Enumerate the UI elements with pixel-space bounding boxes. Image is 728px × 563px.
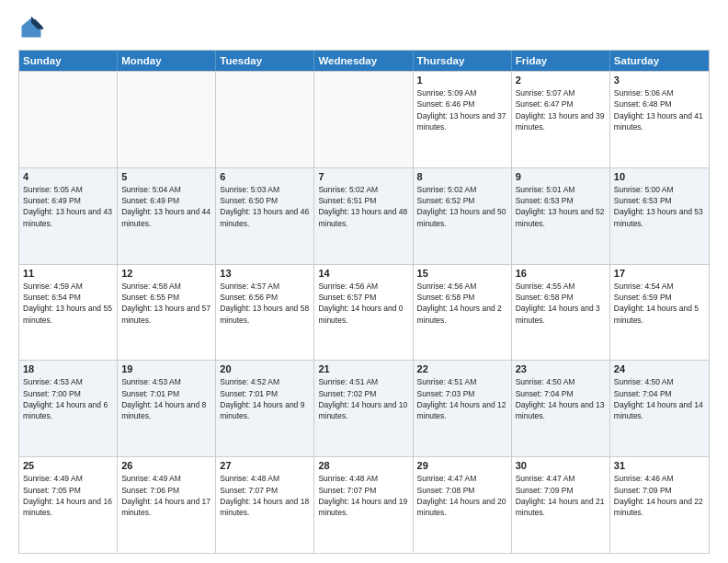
week-row-4: 18Sunrise: 4:53 AM Sunset: 7:00 PM Dayli… <box>19 360 709 456</box>
week-row-1: 1Sunrise: 5:09 AM Sunset: 6:46 PM Daylig… <box>19 71 709 167</box>
day-number: 10 <box>614 171 705 182</box>
day-number: 24 <box>614 363 705 374</box>
cell-sun-info: Sunrise: 5:05 AM Sunset: 6:49 PM Dayligh… <box>23 184 113 229</box>
logo-icon <box>18 15 44 40</box>
day-cell-13: 13Sunrise: 4:57 AM Sunset: 6:56 PM Dayli… <box>216 265 314 361</box>
day-cell-24: 24Sunrise: 4:50 AM Sunset: 7:04 PM Dayli… <box>610 361 709 456</box>
header-day-monday: Monday <box>118 51 216 71</box>
day-number: 11 <box>23 268 113 279</box>
day-cell-12: 12Sunrise: 4:58 AM Sunset: 6:55 PM Dayli… <box>118 265 216 361</box>
cell-sun-info: Sunrise: 5:06 AM Sunset: 6:48 PM Dayligh… <box>614 87 705 132</box>
day-number: 6 <box>220 171 310 182</box>
cell-sun-info: Sunrise: 4:53 AM Sunset: 7:00 PM Dayligh… <box>23 376 113 421</box>
day-cell-7: 7Sunrise: 5:02 AM Sunset: 6:51 PM Daylig… <box>314 168 413 264</box>
day-number: 12 <box>121 268 211 279</box>
day-cell-16: 16Sunrise: 4:55 AM Sunset: 6:58 PM Dayli… <box>512 265 610 361</box>
day-cell-28: 28Sunrise: 4:48 AM Sunset: 7:07 PM Dayli… <box>314 457 413 553</box>
cell-sun-info: Sunrise: 5:03 AM Sunset: 6:50 PM Dayligh… <box>220 184 310 229</box>
header-day-thursday: Thursday <box>414 51 512 71</box>
cell-sun-info: Sunrise: 4:55 AM Sunset: 6:58 PM Dayligh… <box>516 281 606 326</box>
day-cell-2: 2Sunrise: 5:07 AM Sunset: 6:47 PM Daylig… <box>512 72 610 167</box>
day-cell-30: 30Sunrise: 4:47 AM Sunset: 7:09 PM Dayli… <box>512 457 610 553</box>
empty-cell <box>19 72 118 167</box>
cell-sun-info: Sunrise: 5:02 AM Sunset: 6:51 PM Dayligh… <box>318 184 408 229</box>
page: SundayMondayTuesdayWednesdayThursdayFrid… <box>0 0 728 563</box>
week-row-2: 4Sunrise: 5:05 AM Sunset: 6:49 PM Daylig… <box>19 167 709 264</box>
day-number: 8 <box>417 171 507 182</box>
day-number: 15 <box>417 268 507 279</box>
cell-sun-info: Sunrise: 5:01 AM Sunset: 6:53 PM Dayligh… <box>516 184 606 229</box>
day-number: 3 <box>614 75 705 86</box>
day-cell-4: 4Sunrise: 5:05 AM Sunset: 6:49 PM Daylig… <box>19 168 118 264</box>
cell-sun-info: Sunrise: 4:48 AM Sunset: 7:07 PM Dayligh… <box>220 473 310 518</box>
cell-sun-info: Sunrise: 5:09 AM Sunset: 6:46 PM Dayligh… <box>417 87 507 132</box>
day-number: 9 <box>516 171 606 182</box>
day-cell-14: 14Sunrise: 4:56 AM Sunset: 6:57 PM Dayli… <box>314 265 413 361</box>
week-row-3: 11Sunrise: 4:59 AM Sunset: 6:54 PM Dayli… <box>19 264 709 361</box>
cell-sun-info: Sunrise: 4:52 AM Sunset: 7:01 PM Dayligh… <box>220 376 310 421</box>
header-day-tuesday: Tuesday <box>216 51 314 71</box>
day-number: 28 <box>318 460 408 471</box>
day-number: 29 <box>417 460 507 471</box>
day-cell-10: 10Sunrise: 5:00 AM Sunset: 6:53 PM Dayli… <box>610 168 709 264</box>
cell-sun-info: Sunrise: 4:56 AM Sunset: 6:57 PM Dayligh… <box>318 281 408 326</box>
header-day-saturday: Saturday <box>610 51 709 71</box>
day-cell-1: 1Sunrise: 5:09 AM Sunset: 6:46 PM Daylig… <box>414 72 512 167</box>
day-cell-18: 18Sunrise: 4:53 AM Sunset: 7:00 PM Dayli… <box>19 361 118 456</box>
cell-sun-info: Sunrise: 4:49 AM Sunset: 7:06 PM Dayligh… <box>121 473 211 518</box>
day-number: 5 <box>121 171 211 182</box>
logo <box>18 15 48 40</box>
day-cell-15: 15Sunrise: 4:56 AM Sunset: 6:58 PM Dayli… <box>414 265 512 361</box>
cell-sun-info: Sunrise: 4:53 AM Sunset: 7:01 PM Dayligh… <box>121 376 211 421</box>
day-cell-8: 8Sunrise: 5:02 AM Sunset: 6:52 PM Daylig… <box>414 168 512 264</box>
empty-cell <box>314 72 413 167</box>
cell-sun-info: Sunrise: 4:56 AM Sunset: 6:58 PM Dayligh… <box>417 281 507 326</box>
day-number: 21 <box>318 363 408 374</box>
day-number: 18 <box>23 363 113 374</box>
day-cell-22: 22Sunrise: 4:51 AM Sunset: 7:03 PM Dayli… <box>414 361 512 456</box>
day-number: 4 <box>23 171 113 182</box>
cell-sun-info: Sunrise: 4:49 AM Sunset: 7:05 PM Dayligh… <box>23 473 113 518</box>
empty-cell <box>216 72 314 167</box>
cell-sun-info: Sunrise: 5:00 AM Sunset: 6:53 PM Dayligh… <box>614 184 705 229</box>
header <box>18 15 710 40</box>
day-number: 7 <box>318 171 408 182</box>
calendar-body: 1Sunrise: 5:09 AM Sunset: 6:46 PM Daylig… <box>19 71 709 553</box>
empty-cell <box>118 72 216 167</box>
day-number: 26 <box>121 460 211 471</box>
cell-sun-info: Sunrise: 4:58 AM Sunset: 6:55 PM Dayligh… <box>121 281 211 326</box>
cell-sun-info: Sunrise: 4:47 AM Sunset: 7:09 PM Dayligh… <box>516 473 606 518</box>
day-number: 16 <box>516 268 606 279</box>
cell-sun-info: Sunrise: 4:57 AM Sunset: 6:56 PM Dayligh… <box>220 281 310 326</box>
cell-sun-info: Sunrise: 5:04 AM Sunset: 6:49 PM Dayligh… <box>121 184 211 229</box>
day-number: 19 <box>121 363 211 374</box>
cell-sun-info: Sunrise: 4:46 AM Sunset: 7:09 PM Dayligh… <box>614 473 705 518</box>
day-number: 25 <box>23 460 113 471</box>
day-cell-3: 3Sunrise: 5:06 AM Sunset: 6:48 PM Daylig… <box>610 72 709 167</box>
day-number: 13 <box>220 268 310 279</box>
day-cell-23: 23Sunrise: 4:50 AM Sunset: 7:04 PM Dayli… <box>512 361 610 456</box>
day-number: 1 <box>417 75 507 86</box>
day-number: 20 <box>220 363 310 374</box>
cell-sun-info: Sunrise: 4:47 AM Sunset: 7:08 PM Dayligh… <box>417 473 507 518</box>
day-cell-25: 25Sunrise: 4:49 AM Sunset: 7:05 PM Dayli… <box>19 457 118 553</box>
calendar: SundayMondayTuesdayWednesdayThursdayFrid… <box>18 50 710 554</box>
cell-sun-info: Sunrise: 4:59 AM Sunset: 6:54 PM Dayligh… <box>23 281 113 326</box>
day-cell-27: 27Sunrise: 4:48 AM Sunset: 7:07 PM Dayli… <box>216 457 314 553</box>
day-number: 14 <box>318 268 408 279</box>
cell-sun-info: Sunrise: 4:50 AM Sunset: 7:04 PM Dayligh… <box>516 376 606 421</box>
day-cell-11: 11Sunrise: 4:59 AM Sunset: 6:54 PM Dayli… <box>19 265 118 361</box>
header-day-sunday: Sunday <box>19 51 118 71</box>
day-number: 27 <box>220 460 310 471</box>
day-cell-31: 31Sunrise: 4:46 AM Sunset: 7:09 PM Dayli… <box>610 457 709 553</box>
day-cell-21: 21Sunrise: 4:51 AM Sunset: 7:02 PM Dayli… <box>314 361 413 456</box>
day-cell-17: 17Sunrise: 4:54 AM Sunset: 6:59 PM Dayli… <box>610 265 709 361</box>
day-number: 22 <box>417 363 507 374</box>
day-number: 17 <box>614 268 705 279</box>
day-cell-26: 26Sunrise: 4:49 AM Sunset: 7:06 PM Dayli… <box>118 457 216 553</box>
day-number: 31 <box>614 460 705 471</box>
header-day-friday: Friday <box>512 51 610 71</box>
day-cell-6: 6Sunrise: 5:03 AM Sunset: 6:50 PM Daylig… <box>216 168 314 264</box>
calendar-header: SundayMondayTuesdayWednesdayThursdayFrid… <box>19 51 709 71</box>
day-cell-29: 29Sunrise: 4:47 AM Sunset: 7:08 PM Dayli… <box>414 457 512 553</box>
